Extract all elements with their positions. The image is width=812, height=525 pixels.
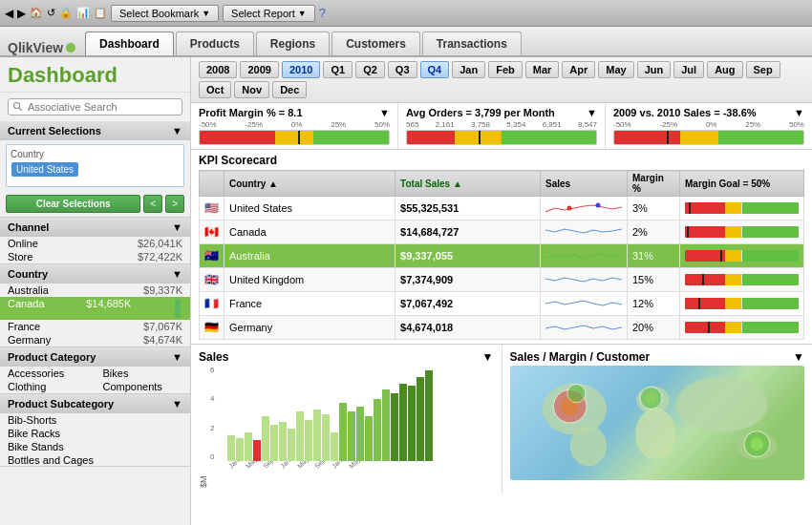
toolbar-icon-home[interactable]: 🏠: [30, 7, 43, 19]
table-row[interactable]: 🇬🇧 United Kingdom $7,374,909 15%: [200, 268, 804, 292]
month-oct-button[interactable]: Oct: [199, 81, 231, 98]
bar[interactable]: [339, 403, 347, 461]
sales-title-text: Sales: [199, 350, 228, 364]
list-item[interactable]: Bike Racks: [0, 427, 190, 440]
year-2010-button[interactable]: 2010: [282, 61, 320, 78]
kpi-orders-arrow[interactable]: ▼: [587, 107, 597, 118]
col-sales[interactable]: Sales: [541, 171, 628, 197]
bar[interactable]: [382, 389, 390, 461]
select-report-button[interactable]: Select Report ▼: [223, 5, 315, 22]
bar[interactable]: [253, 440, 261, 461]
current-selections-box: Country United States: [6, 144, 184, 187]
list-item[interactable]: Germany $4,674K: [0, 333, 190, 346]
channel-header[interactable]: Channel ▼: [0, 218, 190, 237]
month-apr-button[interactable]: Apr: [562, 61, 595, 78]
bar[interactable]: [262, 416, 269, 462]
quarter-q1-button[interactable]: Q1: [323, 61, 353, 78]
product-subcategory-header[interactable]: Product Subcategory ▼: [0, 394, 190, 413]
list-item[interactable]: Bike Stands: [0, 440, 190, 453]
bar[interactable]: [245, 432, 252, 461]
search-input[interactable]: [28, 101, 178, 113]
selection-value[interactable]: United States: [11, 162, 78, 177]
tab-dashboard[interactable]: Dashboard: [85, 32, 174, 55]
table-row[interactable]: 🇦🇺 Australia $9,337,055 31%: [200, 244, 804, 268]
list-item[interactable]: Clothing: [0, 380, 96, 393]
month-sep-button[interactable]: Sep: [746, 61, 780, 78]
bar[interactable]: [408, 386, 416, 461]
bar[interactable]: [227, 435, 235, 461]
toolbar-icon-back[interactable]: ◀: [5, 7, 13, 20]
select-bookmark-button[interactable]: Select Bookmark ▼: [111, 5, 219, 22]
month-dec-button[interactable]: Dec: [272, 81, 307, 98]
toolbar-icon-help[interactable]: ?: [319, 6, 326, 20]
table-row[interactable]: 🇩🇪 Germany $4,674,018 20%: [200, 316, 804, 340]
bar[interactable]: [417, 377, 424, 461]
bar[interactable]: [236, 438, 244, 461]
product-category-header[interactable]: Product Category ▼: [0, 347, 190, 367]
col-margin-goal[interactable]: Margin Goal = 50%: [680, 171, 804, 197]
nav-back-button[interactable]: <: [143, 195, 162, 213]
quarter-q4-button[interactable]: Q4: [420, 61, 450, 78]
bar[interactable]: [425, 370, 433, 461]
clear-selections-button[interactable]: Clear Selections: [6, 195, 140, 213]
bar[interactable]: [356, 407, 364, 461]
year-2008-button[interactable]: 2008: [199, 61, 237, 78]
list-item[interactable]: Canada $14,685K: [0, 297, 190, 320]
month-jul-button[interactable]: Jul: [673, 61, 704, 78]
table-row[interactable]: 🇨🇦 Canada $14,684,727 2%: [200, 220, 804, 244]
list-item[interactable]: Components: [96, 380, 191, 393]
month-mar-button[interactable]: Mar: [525, 61, 560, 78]
bar[interactable]: [391, 393, 398, 461]
month-feb-button[interactable]: Feb: [488, 61, 523, 78]
search-box[interactable]: [8, 98, 182, 116]
col-country[interactable]: Country ▲: [224, 171, 395, 197]
list-item[interactable]: France $7,067K: [0, 320, 190, 333]
toolbar-icon-refresh[interactable]: ↺: [47, 7, 55, 19]
bar[interactable]: [279, 422, 287, 461]
quarter-q3-button[interactable]: Q3: [388, 61, 417, 78]
list-item[interactable]: Accessories: [0, 367, 96, 380]
current-selections-header[interactable]: Current Selections ▼: [0, 121, 190, 140]
bar[interactable]: [313, 410, 321, 461]
tab-products[interactable]: Products: [176, 32, 254, 55]
month-jun-button[interactable]: Jun: [637, 61, 672, 78]
bar[interactable]: [322, 414, 330, 461]
table-row[interactable]: 🇫🇷 France $7,067,492 12%: [200, 292, 804, 316]
quarter-q2-button[interactable]: Q2: [355, 61, 385, 78]
list-item[interactable]: Bottles and Cages: [0, 453, 190, 466]
bar[interactable]: [399, 384, 407, 461]
month-aug-button[interactable]: Aug: [707, 61, 742, 78]
kpi-compare-arrow[interactable]: ▼: [794, 107, 804, 118]
nav-forward-button[interactable]: >: [165, 195, 184, 213]
col-margin[interactable]: Margin %: [628, 171, 680, 197]
country-header[interactable]: Country ▼: [0, 264, 190, 284]
sales-bar-chart[interactable]: 6420: [210, 366, 494, 461]
tab-transactions[interactable]: Transactions: [422, 32, 522, 55]
bar[interactable]: [374, 399, 381, 461]
month-nov-button[interactable]: Nov: [234, 81, 269, 98]
tab-regions[interactable]: Regions: [256, 32, 330, 55]
col-total-sales[interactable]: Total Sales ▲: [395, 171, 541, 197]
table-row[interactable]: 🇺🇸 United States $55,325,531 3%: [200, 197, 804, 220]
list-item[interactable]: Online $26,041K: [0, 237, 190, 250]
kpi-profit-arrow[interactable]: ▼: [379, 107, 390, 118]
bar[interactable]: [296, 411, 304, 461]
toolbar-icon-forward[interactable]: ▶: [17, 7, 26, 20]
list-item[interactable]: Bib-Shorts: [0, 413, 190, 427]
map-title-arrow[interactable]: ▼: [793, 350, 804, 364]
map-visualization[interactable]: [510, 366, 805, 480]
list-item[interactable]: Bikes: [96, 367, 191, 380]
year-2009-button[interactable]: 2009: [240, 61, 278, 78]
bar[interactable]: [305, 420, 312, 461]
bar[interactable]: [365, 416, 373, 462]
bar[interactable]: [348, 411, 355, 461]
month-jan-button[interactable]: Jan: [452, 61, 485, 78]
bar[interactable]: [331, 432, 338, 461]
list-item[interactable]: Australia $9,337K: [0, 284, 190, 297]
list-item[interactable]: Store $72,422K: [0, 250, 190, 263]
bar[interactable]: [288, 429, 295, 461]
tab-customers[interactable]: Customers: [331, 32, 420, 55]
bar[interactable]: [270, 425, 278, 461]
month-may-button[interactable]: May: [598, 61, 633, 78]
sales-title-arrow[interactable]: ▼: [482, 350, 494, 364]
